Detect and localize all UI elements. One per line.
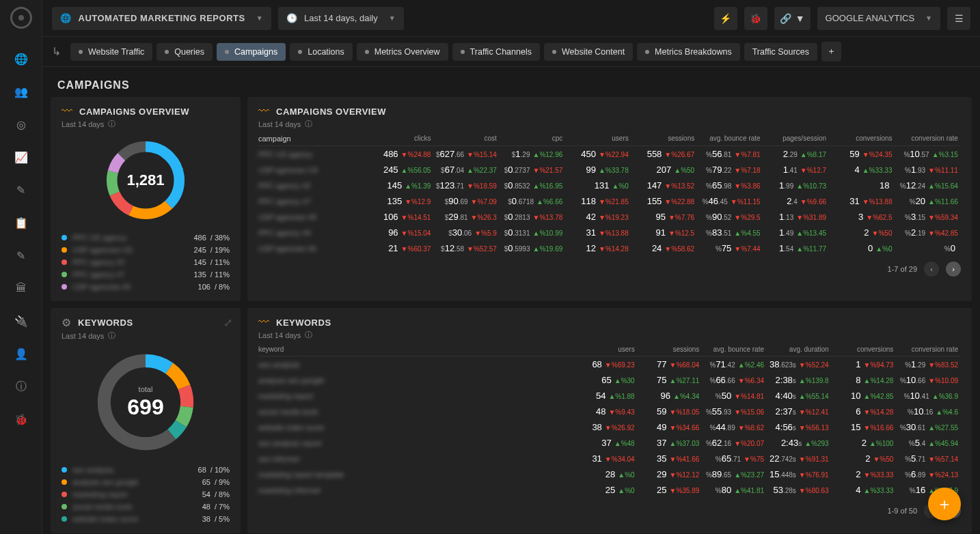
table-row[interactable]: USP agencies US245▲%56.05$67.04▲%22.37$0… xyxy=(258,162,961,178)
table-row[interactable]: seo analysis report37▲%4837▲%37.03%62.16… xyxy=(258,435,961,451)
tab-website-traffic[interactable]: Website Traffic xyxy=(70,43,152,61)
tab-metrics-breakdowns[interactable]: Metrics Breakdowns xyxy=(637,43,740,61)
card-title: CAMPAIGNS OVERVIEW xyxy=(276,107,386,117)
tab-campaigns[interactable]: Campaigns xyxy=(217,43,286,61)
plug-icon[interactable]: 🔌 xyxy=(10,310,32,332)
table-row[interactable]: PPC agency #7135▼%12.9$90.69▼%7.09$0.671… xyxy=(258,193,961,209)
prev-page-button[interactable]: ‹ xyxy=(924,262,939,277)
table-row[interactable]: PPC US agency486▼%24.88$627.66▼%15.14$1.… xyxy=(258,146,961,162)
legend-item: PPC agency #2 145 / 11% xyxy=(62,256,230,268)
legend-item: USP agencies US 245 / 19% xyxy=(62,244,230,256)
table-row[interactable]: PPC agency #496▼%15.04$30.06▼%5.9$0.3131… xyxy=(258,225,961,240)
datasource-label: GOOGLE ANALYTICS xyxy=(826,13,915,23)
info-icon[interactable]: ⓘ xyxy=(108,331,115,341)
chevron-down-icon: ▼ xyxy=(256,14,263,22)
tab-metrics-overview[interactable]: Metrics Overview xyxy=(357,43,448,61)
share-button[interactable]: 🔗 ▼ xyxy=(774,7,811,30)
table-row[interactable]: PPC agency #2145▲%1.39$123.71▼%18.59$0.8… xyxy=(258,178,961,193)
bolt-button[interactable]: ⚡ xyxy=(714,7,737,30)
date-range-selector[interactable]: 🕒 Last 14 days, daily ▼ xyxy=(278,7,404,30)
tab-locations[interactable]: Locations xyxy=(290,43,353,61)
card-title: CAMPAIGNS OVERVIEW xyxy=(79,107,189,117)
analytics-icon: 〰 xyxy=(62,105,72,117)
analytics-icon: 〰 xyxy=(258,316,269,328)
card-title: KEYWORDS xyxy=(276,318,331,328)
legend-item: analysis seo google 65 / 9% xyxy=(62,476,230,488)
pencil-icon[interactable]: ✎ xyxy=(10,179,32,201)
table-row[interactable]: marketing report54▲%1.8896▲%4.34%50▼%14.… xyxy=(258,388,961,404)
tab-queries[interactable]: Queries xyxy=(156,43,213,61)
bank-icon[interactable]: 🏛 xyxy=(10,277,32,299)
tab-traffic-sources[interactable]: Traffic Sources xyxy=(744,43,817,61)
legend-item: PPC US agency 486 / 38% xyxy=(62,231,230,244)
legend-item: seo analysis 68 / 10% xyxy=(62,464,230,476)
page-title: CAMPAIGNS xyxy=(42,67,980,97)
card-subtitle: Last 14 days xyxy=(62,120,104,128)
bug-icon[interactable]: 🐞 xyxy=(10,408,32,430)
table-row[interactable]: analysis seo google65▲%3075▲%27.11%66.66… xyxy=(258,372,961,388)
legend-item: PPC agency #7 135 / 11% xyxy=(62,268,230,281)
next-page-button[interactable]: › xyxy=(946,262,961,277)
edit-icon[interactable]: ✎ xyxy=(10,244,32,266)
drag-handle-icon[interactable]: ⤢ xyxy=(223,316,232,329)
tab-traffic-channels[interactable]: Traffic Channels xyxy=(452,43,540,61)
flow-icon: ↳ xyxy=(52,45,61,58)
pager-label: 1-9 of 50 xyxy=(888,507,917,515)
share-icon: 🔗 xyxy=(780,13,791,24)
date-range-label: Last 14 days, daily xyxy=(304,13,378,23)
card-title: KEYWORDS xyxy=(78,318,133,328)
account-icon[interactable]: 👤 xyxy=(10,343,32,365)
table-row[interactable]: social media tools48▼%9.4359▼%18.05%55.9… xyxy=(258,404,961,419)
campaigns-table-card: 〰 CAMPAIGNS OVERVIEW Last 14 days ⓘ camp… xyxy=(247,97,972,301)
table-row[interactable]: marketing informer25▲%025▼%35.89%80▲%41.… xyxy=(258,482,961,498)
legend-item: website index score 38 / 5% xyxy=(62,513,230,525)
report-selector[interactable]: 🌐 AUTOMATED MARKETING REPORTS ▼ xyxy=(52,7,271,30)
donut-total-label: total xyxy=(139,385,153,393)
table-row[interactable]: website index score38▼%26.9249▼%34.66%44… xyxy=(258,419,961,435)
keywords-donut-chart: total 699 xyxy=(91,348,200,457)
globe-icon[interactable]: 🌐 xyxy=(10,48,32,70)
chevron-down-icon: ▼ xyxy=(795,13,805,24)
menu-button[interactable]: ☰ xyxy=(947,7,970,30)
clock-icon: 🕒 xyxy=(286,13,297,23)
legend-item: USP agencies #8 106 / 8% xyxy=(62,281,230,293)
info-icon[interactable]: ⓘ xyxy=(108,119,115,129)
app-logo xyxy=(10,7,32,29)
target-icon[interactable]: ◎ xyxy=(10,113,32,135)
chevron-down-icon: ▼ xyxy=(389,14,396,22)
chart-line-icon[interactable]: 📈 xyxy=(10,146,32,168)
report-name: AUTOMATED MARKETING REPORTS xyxy=(79,13,245,23)
campaigns-overview-card: 〰 CAMPAIGNS OVERVIEW Last 14 days ⓘ 1,28… xyxy=(51,97,241,301)
clipboard-icon[interactable]: 📋 xyxy=(10,212,32,234)
left-sidebar: 🌐 👥 ◎ 📈 ✎ 📋 ✎ 🏛 🔌 👤 ⓘ 🐞 xyxy=(0,0,42,534)
legend-item: marketing report 54 / 8% xyxy=(62,488,230,501)
card-subtitle: Last 14 days xyxy=(258,120,301,128)
datasource-selector[interactable]: GOOGLE ANALYTICS ▼ xyxy=(817,7,940,30)
keywords-table-card: 〰 KEYWORDS Last 14 days ⓘ keywordusersse… xyxy=(247,308,972,533)
analytics-icon: 〰 xyxy=(258,105,269,117)
keywords-card: ⤢ ⚙ KEYWORDS Last 14 days ⓘ total xyxy=(51,308,241,533)
donut-total: 1,281 xyxy=(126,171,164,189)
info-icon[interactable]: ⓘ xyxy=(305,119,312,129)
topbar: 🌐 AUTOMATED MARKETING REPORTS ▼ 🕒 Last 1… xyxy=(42,0,980,37)
info-icon[interactable]: ⓘ xyxy=(10,376,32,397)
add-tab-button[interactable]: ＋ xyxy=(821,42,841,61)
donut-total: 699 xyxy=(127,395,163,420)
globe-icon: 🌐 xyxy=(60,13,72,23)
tab-website-content[interactable]: Website Content xyxy=(544,43,633,61)
table-row[interactable]: USP agencies #8106▼%14.51$29.81▼%26.3$0.… xyxy=(258,209,961,225)
add-widget-fab[interactable]: ＋ xyxy=(928,488,961,520)
info-icon[interactable]: ⓘ xyxy=(305,330,312,340)
table-row[interactable]: USP agencies #621▼%60.37$12.58▼%52.57$0.… xyxy=(258,240,961,256)
table-row[interactable]: marketing report template28▲%029▼%12.12%… xyxy=(258,466,961,482)
chevron-down-icon: ▼ xyxy=(925,14,932,22)
bug-button[interactable]: 🐞 xyxy=(744,7,767,30)
campaigns-donut-chart: 1,281 xyxy=(101,136,190,225)
tabs-row: ↳ Website TrafficQueriesCampaignsLocatio… xyxy=(42,37,980,67)
users-icon[interactable]: 👥 xyxy=(10,81,32,102)
table-row[interactable]: seo informer31▼%34.0435▼%41.66%65.71▼%75… xyxy=(258,451,961,466)
table-row[interactable]: seo analysis68▼%69.2377▼%68.04%71.42▲%2.… xyxy=(258,356,961,372)
gear-icon[interactable]: ⚙ xyxy=(62,316,71,329)
card-subtitle: Last 14 days xyxy=(62,332,104,340)
legend-item: social media tools 48 / 7% xyxy=(62,501,230,513)
